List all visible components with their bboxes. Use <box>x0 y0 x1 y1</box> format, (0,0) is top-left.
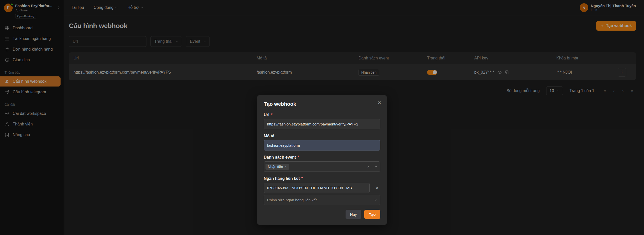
events-label-text: Danh sách event <box>264 155 296 160</box>
chevron-down-icon <box>374 199 377 201</box>
modal-title: Tạo webhook <box>264 101 380 107</box>
edit-bank-select[interactable]: Chỉnh sửa ngân hàng liên kết <box>264 195 380 205</box>
description-field-label: Mô tả <box>264 134 380 138</box>
url-field-label: Url * <box>264 113 380 117</box>
chevron-down-icon[interactable] <box>372 162 380 172</box>
bank-field-label: Ngân hàng liên kết * <box>264 176 380 181</box>
clear-bank-icon[interactable]: × <box>376 186 378 190</box>
clear-selection-icon[interactable]: × <box>365 165 372 169</box>
url-input[interactable] <box>264 119 380 129</box>
app-screen: F Fashion EzyPlatfor... Owner OpenBankin… <box>0 0 644 235</box>
close-icon[interactable]: ✕ <box>378 100 381 105</box>
required-mark: * <box>301 176 303 181</box>
events-field-label: Danh sách event * <box>264 155 380 160</box>
create-webhook-modal: ✕ Tạo webhook Url * Mô tả Danh sách even… <box>257 95 387 225</box>
url-field-group: Url * <box>264 113 380 129</box>
url-label-text: Url <box>264 113 269 117</box>
required-mark: * <box>271 113 272 117</box>
description-input[interactable] <box>264 140 380 151</box>
events-multiselect[interactable]: Nhận tiền × × <box>264 161 380 172</box>
description-label-text: Mô tả <box>264 134 274 138</box>
bank-field-group: Ngân hàng liên kết * × Chỉnh sửa ngân hà… <box>264 176 380 205</box>
bank-input[interactable] <box>264 183 370 193</box>
description-field-group: Mô tả <box>264 134 380 151</box>
bank-row: × <box>264 183 380 193</box>
selected-event-label: Nhận tiền <box>268 165 283 169</box>
remove-tag-icon[interactable]: × <box>285 165 287 168</box>
cancel-button[interactable]: Hủy <box>346 210 362 219</box>
modal-footer: Hủy Tạo <box>264 210 380 219</box>
submit-button[interactable]: Tạo <box>364 210 380 219</box>
selected-event-tag: Nhận tiền × <box>266 164 289 170</box>
events-field-group: Danh sách event * Nhận tiền × × <box>264 155 380 172</box>
required-mark: * <box>297 155 299 160</box>
bank-label-text: Ngân hàng liên kết <box>264 176 300 181</box>
edit-bank-placeholder: Chỉnh sửa ngân hàng liên kết <box>267 198 317 202</box>
